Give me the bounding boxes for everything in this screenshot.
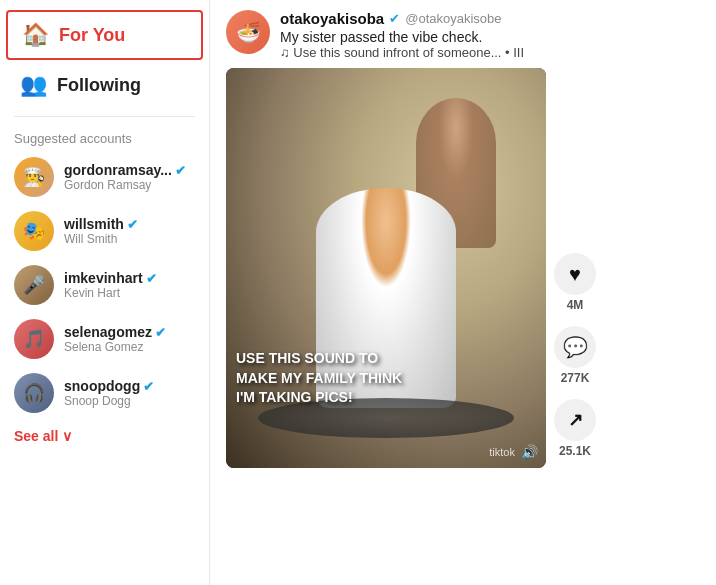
comment-button[interactable]: 💬 277K — [554, 326, 596, 385]
nav-following-label: Following — [57, 75, 141, 96]
video-bottom-bar: tiktok 🔊 — [489, 444, 538, 460]
account-info-gordon: gordonramsay... ✔ Gordon Ramsay — [64, 162, 186, 192]
share-count: 25.1K — [559, 444, 591, 458]
account-item-gordon[interactable]: 👨‍🍳 gordonramsay... ✔ Gordon Ramsay — [0, 150, 209, 204]
main-content: 🍜 otakoyakisoba ✔ @otakoyakisobe My sist… — [210, 0, 716, 585]
following-icon: 👥 — [20, 72, 47, 98]
display-name-snoop: Snoop Dogg — [64, 394, 154, 408]
username-will: willsmith ✔ — [64, 216, 138, 232]
display-name-selena: Selena Gomez — [64, 340, 166, 354]
post-username[interactable]: otakoyakisoba — [280, 10, 384, 27]
post-info: otakoyakisoba ✔ @otakoyakisobe My sister… — [280, 10, 524, 60]
chevron-down-icon: ∨ — [62, 428, 72, 444]
speaker-icon[interactable]: 🔊 — [521, 444, 538, 460]
heart-icon: ♥ — [569, 263, 581, 286]
comment-icon-wrap: 💬 — [554, 326, 596, 368]
verified-icon-will: ✔ — [127, 217, 138, 232]
avatar-kevin: 🎤 — [14, 265, 54, 305]
username-gordon: gordonramsay... ✔ — [64, 162, 186, 178]
account-info-snoop: snoopdogg ✔ Snoop Dogg — [64, 378, 154, 408]
sidebar: 🏠 For You 👥 Following Suggested accounts… — [0, 0, 210, 585]
avatar-will: 🎭 — [14, 211, 54, 251]
post-sound[interactable]: ♫ Use this sound infront of someone... •… — [280, 45, 524, 60]
account-item-kevin[interactable]: 🎤 imkevinhart ✔ Kevin Hart — [0, 258, 209, 312]
share-button[interactable]: ↗ 25.1K — [554, 399, 596, 458]
video-container[interactable]: USE THIS SOUND TO MAKE MY FAMILY THINK I… — [226, 68, 546, 468]
see-all-button[interactable]: See all ∨ — [0, 420, 209, 452]
account-info-will: willsmith ✔ Will Smith — [64, 216, 138, 246]
account-item-selena[interactable]: 🎵 selenagomez ✔ Selena Gomez — [0, 312, 209, 366]
post-avatar[interactable]: 🍜 — [226, 10, 270, 54]
display-name-gordon: Gordon Ramsay — [64, 178, 186, 192]
verified-icon-post: ✔ — [389, 11, 400, 26]
username-selena: selenagomez ✔ — [64, 324, 166, 340]
verified-icon-selena: ✔ — [155, 325, 166, 340]
verified-icon-gordon: ✔ — [175, 163, 186, 178]
verified-icon-kevin: ✔ — [146, 271, 157, 286]
avatar-snoop: 🎧 — [14, 373, 54, 413]
like-icon-wrap: ♥ — [554, 253, 596, 295]
like-button[interactable]: ♥ 4M — [554, 253, 596, 312]
video-row: USE THIS SOUND TO MAKE MY FAMILY THINK I… — [226, 68, 700, 468]
video-caption-overlay: USE THIS SOUND TO MAKE MY FAMILY THINK I… — [236, 349, 402, 408]
nav-following[interactable]: 👥 Following — [6, 62, 203, 108]
suggested-accounts-title: Suggested accounts — [0, 125, 209, 150]
nav-for-you-label: For You — [59, 25, 125, 46]
nav-for-you[interactable]: 🏠 For You — [6, 10, 203, 60]
comment-count: 277K — [561, 371, 590, 385]
account-info-kevin: imkevinhart ✔ Kevin Hart — [64, 270, 157, 300]
post-username-row: otakoyakisoba ✔ @otakoyakisobe — [280, 10, 524, 27]
verified-icon-snoop: ✔ — [143, 379, 154, 394]
post-handle: @otakoyakisobe — [405, 11, 501, 26]
username-kevin: imkevinhart ✔ — [64, 270, 157, 286]
account-item-snoop[interactable]: 🎧 snoopdogg ✔ Snoop Dogg — [0, 366, 209, 420]
account-item-will[interactable]: 🎭 willsmith ✔ Will Smith — [0, 204, 209, 258]
username-snoop: snoopdogg ✔ — [64, 378, 154, 394]
display-name-will: Will Smith — [64, 232, 138, 246]
display-name-kevin: Kevin Hart — [64, 286, 157, 300]
account-info-selena: selenagomez ✔ Selena Gomez — [64, 324, 166, 354]
post-caption: My sister passed the vibe check. — [280, 29, 524, 45]
avatar-selena: 🎵 — [14, 319, 54, 359]
home-icon: 🏠 — [22, 22, 49, 48]
video-actions: ♥ 4M 💬 277K ↗ 25.1K — [554, 253, 596, 468]
tiktok-watermark: tiktok — [489, 446, 515, 458]
nav-divider — [14, 116, 195, 117]
share-icon: ↗ — [568, 409, 583, 431]
like-count: 4M — [567, 298, 584, 312]
share-icon-wrap: ↗ — [554, 399, 596, 441]
comment-icon: 💬 — [563, 335, 588, 359]
avatar-gordon: 👨‍🍳 — [14, 157, 54, 197]
post-header: 🍜 otakoyakisoba ✔ @otakoyakisobe My sist… — [226, 10, 700, 60]
